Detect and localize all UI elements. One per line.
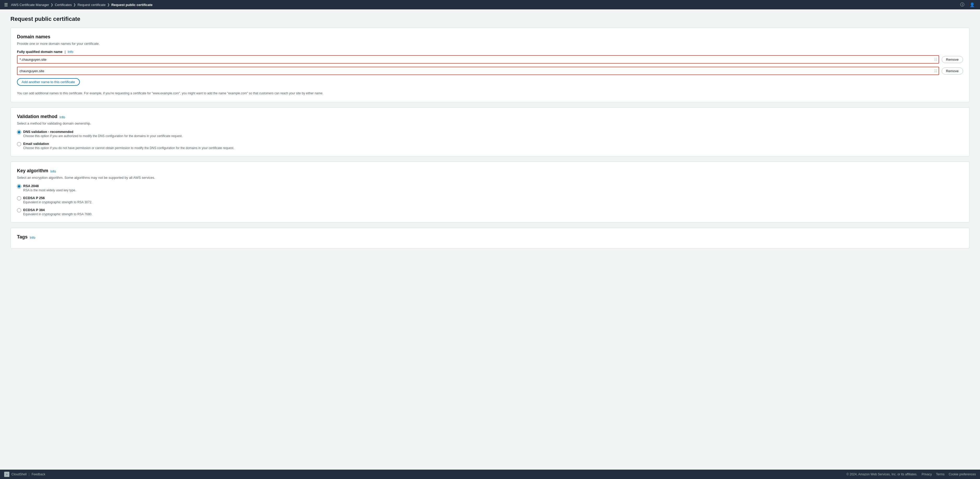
ecdsa-p384-option: ECDSA P 384 Equivalent in cryptographic … [17,208,963,216]
key-algorithm-title: Key algorithm [17,168,48,174]
footer: > CloudShell | Feedback © 2024, Amazon W… [0,469,980,479]
ecdsa-p256-label[interactable]: ECDSA P 256 [23,196,45,200]
breadcrumb-current: Request public certificate [111,3,153,7]
tags-title: Tags [17,234,28,240]
dns-validation-label[interactable]: DNS validation - recommended [23,130,73,134]
email-validation-label[interactable]: Email validation [23,142,49,146]
breadcrumb-request-cert[interactable]: Request certificate [78,3,106,7]
page-title: Request public certificate [10,16,970,22]
terms-link[interactable]: Terms [936,473,945,476]
cookie-link[interactable]: Cookie preferences [949,473,976,476]
email-validation-radio[interactable] [17,142,21,146]
hamburger-menu[interactable]: ☰ [4,2,8,7]
key-algorithm-section: Key algorithm Info Select an encryption … [10,162,970,222]
breadcrumb-sep-2: ❯ [73,3,76,6]
domain-names-section: Domain names Provide one or more domain … [10,28,970,102]
nav-icons: ⓘ 👤 [959,1,976,9]
dns-validation-radio[interactable] [17,130,21,134]
rsa-2048-label[interactable]: RSA 2048 [23,184,39,188]
breadcrumb-certificates[interactable]: Certificates [55,3,72,7]
domain-names-title: Domain names [17,34,50,40]
remove-button-1[interactable]: Remove [942,56,963,63]
breadcrumb-sep-3: ❯ [107,3,110,6]
domain-names-subtitle: Provide one or more domain names for you… [17,42,963,46]
footer-right: © 2024, Amazon Web Services, Inc. or its… [846,473,976,476]
rsa-2048-desc: RSA is the most widely used key type. [23,189,76,192]
domain-field-label: Fully qualified domain name | Info [17,50,963,54]
feedback-link[interactable]: Feedback [32,473,45,476]
privacy-link[interactable]: Privacy [921,473,932,476]
breadcrumb: AWS Certificate Manager ❯ Certificates ❯… [11,3,153,7]
breadcrumb-service[interactable]: AWS Certificate Manager [11,3,49,7]
tags-info-link[interactable]: Info [30,236,35,240]
ecdsa-p256-desc: Equivalent in cryptographic strength to … [23,200,92,204]
ecdsa-p256-option: ECDSA P 256 Equivalent in cryptographic … [17,196,963,204]
dns-validation-option: DNS validation - recommended Choose this… [17,130,963,138]
domain-input-wrapper-2: ☷ [17,67,939,75]
cloudshell-icon: > [4,472,10,477]
ecdsa-p256-radio[interactable] [17,196,21,200]
user-icon-btn[interactable]: 👤 [969,1,976,8]
domain-row-1: ☷ Remove [17,55,963,63]
key-algorithm-subtitle: Select an encryption algorithm. Some alg… [17,176,963,179]
validation-info-link[interactable]: Info [59,115,65,119]
ecdsa-p384-label[interactable]: ECDSA P 384 [23,208,45,212]
validation-radio-group: DNS validation - recommended Choose this… [17,130,963,150]
domain-info-link[interactable]: Info [68,50,73,54]
footer-left: > CloudShell | Feedback [4,472,45,477]
dns-validation-desc: Choose this option if you are authorized… [23,134,183,138]
info-icon-btn[interactable]: ⓘ [959,1,966,9]
add-another-name-button[interactable]: Add another name to this certificate [17,78,80,86]
validation-subtitle: Select a method for validating domain ow… [17,121,963,125]
breadcrumb-sep-1: ❯ [51,3,53,6]
domain-input-wrapper-1: ☷ [17,55,939,63]
rsa-2048-radio[interactable] [17,184,21,189]
validation-method-title: Validation method [17,114,57,119]
expand-icon-1: ☷ [934,57,937,62]
email-validation-desc: Choose this option if you do not have pe… [23,146,234,150]
domain-input-2[interactable] [17,67,939,75]
validation-method-section: Validation method Info Select a method f… [10,107,970,156]
main-content: Request public certificate Domain names … [0,10,980,469]
rsa-2048-option: RSA 2048 RSA is the most widely used key… [17,184,963,192]
domain-input-1[interactable] [17,55,939,63]
ecdsa-p384-radio[interactable] [17,208,21,213]
key-algorithm-info-link[interactable]: Info [50,170,56,173]
domain-hint-text: You can add additional names to this cer… [17,91,963,96]
tags-section: Tags Info [10,228,970,248]
expand-icon-2: ☷ [934,69,937,73]
ecdsa-p384-desc: Equivalent in cryptographic strength to … [23,213,92,216]
cloudshell-label[interactable]: CloudShell [11,473,27,476]
email-validation-option: Email validation Choose this option if y… [17,141,963,150]
copyright-text: © 2024, Amazon Web Services, Inc. or its… [846,473,917,476]
remove-button-2[interactable]: Remove [942,68,963,75]
top-navigation: ☰ AWS Certificate Manager ❯ Certificates… [0,0,980,10]
domain-row-2: ☷ Remove [17,67,963,75]
key-algorithm-radio-group: RSA 2048 RSA is the most widely used key… [17,184,963,216]
